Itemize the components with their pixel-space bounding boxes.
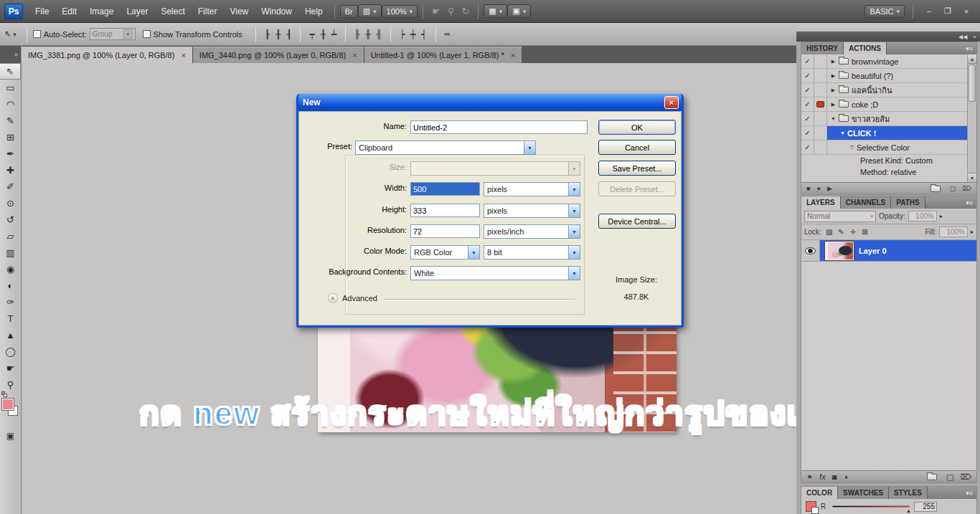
resolution-input[interactable]: [410, 224, 480, 238]
tab-styles[interactable]: STYLES: [889, 487, 928, 499]
background-contents-dropdown[interactable]: White ▼: [410, 266, 580, 280]
launch-bridge-button[interactable]: Br: [340, 5, 358, 18]
combo-arrow-icon[interactable]: ▼: [468, 246, 479, 259]
menu-image[interactable]: Image: [83, 6, 120, 16]
new-action-icon[interactable]: ▢: [950, 185, 956, 192]
align-top-icon[interactable]: ┯: [306, 29, 317, 39]
layer-visibility-cell[interactable]: [801, 240, 820, 261]
color-mode-dropdown[interactable]: RGB Color ▼: [410, 245, 480, 260]
action-dialog-toggle[interactable]: [814, 112, 827, 125]
blur-tool-button[interactable]: ◉: [0, 261, 21, 277]
tab-paths[interactable]: PATHS: [891, 196, 925, 209]
foreground-color-swatch[interactable]: [2, 399, 14, 410]
quick-mask-button[interactable]: ▣: [0, 429, 21, 443]
action-step-row[interactable]: ✓ ▽Selective Color: [801, 141, 967, 155]
close-tab-icon[interactable]: ×: [181, 51, 185, 60]
blend-mode-dropdown[interactable]: Normal▾: [804, 211, 876, 222]
action-label[interactable]: CLICK !: [847, 129, 876, 138]
action-set-row[interactable]: ✓ ▶brownvintage: [801, 54, 967, 69]
action-dialog-toggle[interactable]: [814, 69, 827, 82]
shape-tool-button[interactable]: ◯: [0, 343, 21, 360]
workspace-switcher[interactable]: BASIC▾: [864, 5, 905, 18]
record-icon[interactable]: ●: [816, 185, 820, 192]
action-check-icon[interactable]: ✓: [801, 54, 814, 68]
history-brush-tool-button[interactable]: ↺: [0, 211, 21, 228]
brush-tool-button[interactable]: ✐: [0, 179, 21, 195]
resolution-unit-dropdown[interactable]: pixels/inch ▼: [484, 224, 580, 239]
new-layer-icon[interactable]: ▢: [946, 472, 953, 482]
expand-triangle-icon[interactable]: ▶: [829, 73, 838, 79]
collapse-triangle-icon[interactable]: ▼: [829, 116, 838, 121]
align-left-icon[interactable]: ┠: [262, 29, 273, 39]
zoom-level-dropdown[interactable]: 100%▾: [382, 5, 418, 18]
document-tab-1[interactable]: IMG_3381.png @ 100% (Layer 0, RGB/8) ×: [22, 47, 193, 63]
delete-icon[interactable]: ⌦: [962, 185, 971, 192]
crop-tool-button[interactable]: ⊞: [0, 129, 21, 146]
device-central-button[interactable]: Device Central...: [598, 214, 676, 229]
healing-brush-tool-button[interactable]: ✚: [0, 162, 21, 179]
arrange-documents-button[interactable]: ▦▾: [484, 4, 507, 18]
auto-select-checkbox[interactable]: [33, 30, 41, 38]
red-channel-value[interactable]: 255: [914, 502, 937, 512]
panel-menu-icon[interactable]: ▾≡: [962, 42, 976, 54]
default-colors-icon[interactable]: [1, 391, 9, 397]
link-layers-icon[interactable]: ⚭: [806, 472, 813, 482]
show-transform-checkbox[interactable]: [143, 30, 151, 38]
toolbar-collapse-strip[interactable]: »: [0, 46, 21, 63]
adjustment-layer-icon[interactable]: ◑: [843, 472, 848, 481]
zoom-tool-button[interactable]: ⚲: [0, 376, 21, 393]
advanced-label[interactable]: Advanced: [342, 294, 377, 303]
lock-position-icon[interactable]: ✛: [849, 228, 857, 236]
actions-scrollbar[interactable]: ▲ ▼: [967, 54, 976, 182]
combo-arrow-icon[interactable]: ▼: [568, 204, 580, 217]
pen-tool-button[interactable]: ✑: [0, 294, 21, 310]
action-set-label[interactable]: coke ;D: [852, 100, 878, 109]
dialog-close-button[interactable]: ×: [664, 96, 679, 109]
action-check-icon[interactable]: ✓: [801, 126, 814, 140]
action-check-icon[interactable]: ✓: [801, 69, 814, 82]
action-check-icon[interactable]: ✓: [801, 141, 814, 154]
menu-help[interactable]: Help: [298, 6, 329, 16]
width-input[interactable]: [410, 182, 480, 196]
document-tab-3[interactable]: Untitled-1 @ 100% (Layer 1, RGB/8) * ×: [364, 47, 522, 63]
screen-mode-button[interactable]: ▣▾: [507, 4, 531, 18]
action-set-label[interactable]: แอคนี้น่ากิน: [852, 84, 892, 97]
document-tab-2[interactable]: IMG_3440.png @ 100% (Layer 0, RGB/8) ×: [193, 47, 364, 63]
hand-tool-icon[interactable]: ☛: [428, 6, 444, 16]
new-set-icon[interactable]: [930, 186, 941, 192]
marquee-tool-button[interactable]: ▭: [0, 80, 21, 96]
height-unit-dropdown[interactable]: pixels ▼: [484, 204, 580, 218]
combo-arrow-icon[interactable]: ▼: [568, 225, 580, 238]
fill-slider-arrow-icon[interactable]: ▸: [971, 229, 974, 235]
action-set-row[interactable]: ✓ ▶beautiful (?): [801, 69, 967, 83]
combo-arrow-icon[interactable]: ▼: [568, 183, 580, 196]
align-center-icon[interactable]: ╂: [273, 29, 283, 39]
eyedropper-tool-button[interactable]: ✒: [0, 146, 21, 162]
action-dialog-toggle[interactable]: [814, 54, 827, 68]
action-check-icon[interactable]: ✓: [801, 83, 814, 97]
align-right-icon[interactable]: ┨: [283, 29, 294, 39]
align-middle-icon[interactable]: ╂: [318, 29, 329, 39]
distribute-center-icon[interactable]: ┿: [407, 29, 418, 39]
collapse-triangle-icon[interactable]: ▽: [847, 145, 857, 151]
action-dialog-toggle[interactable]: [814, 141, 827, 154]
tab-color[interactable]: COLOR: [801, 487, 838, 499]
path-selection-tool-button[interactable]: ▲: [0, 327, 21, 343]
type-tool-button[interactable]: T: [0, 310, 21, 327]
expand-triangle-icon[interactable]: ▶: [829, 87, 838, 93]
menu-select[interactable]: Select: [154, 6, 191, 16]
action-check-icon[interactable]: ✓: [801, 97, 814, 111]
action-set-label[interactable]: brownvintage: [852, 57, 898, 66]
action-set-row[interactable]: ✓ ▶แอคนี้น่ากิน: [801, 83, 967, 97]
new-group-icon[interactable]: [927, 474, 937, 480]
collapse-panels-icon[interactable]: ◀◀: [958, 34, 967, 40]
menu-filter[interactable]: Filter: [192, 6, 224, 16]
tab-channels[interactable]: CHANNELS: [841, 196, 892, 209]
menu-file[interactable]: File: [29, 6, 55, 16]
play-icon[interactable]: ▶: [827, 185, 832, 192]
action-set-label[interactable]: beautiful (?): [852, 72, 893, 80]
close-button[interactable]: ×: [958, 6, 974, 17]
lock-all-icon[interactable]: ⊠: [860, 228, 869, 236]
rotate-view-icon[interactable]: ↻: [458, 6, 473, 16]
scroll-down-arrow[interactable]: ▼: [968, 173, 976, 182]
